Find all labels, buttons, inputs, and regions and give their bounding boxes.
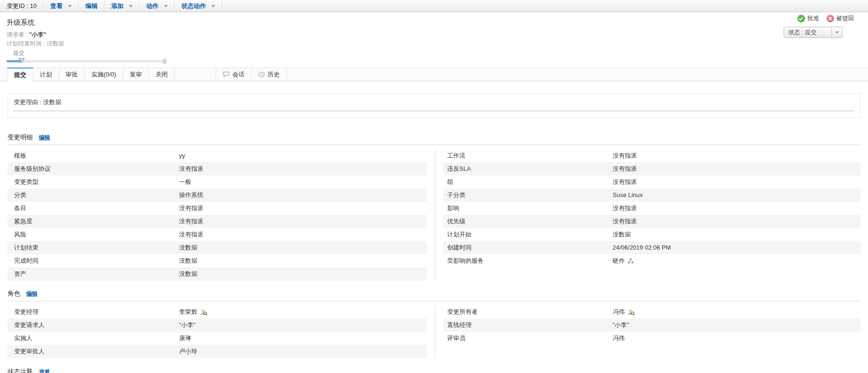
change-reason-box: 变更理由 : 没数据 <box>7 93 861 118</box>
user-lookup-icon[interactable] <box>628 309 635 316</box>
stage-label: 提交 <box>13 49 861 57</box>
table-row: 优先级没有指派 <box>443 215 861 228</box>
menu-add[interactable]: 添加 <box>105 0 140 12</box>
table-row: 违反SLA没有指派 <box>443 162 861 175</box>
status-dropdown[interactable]: 状态 : 提交 <box>784 27 843 38</box>
table-row: 直线经理"小李" <box>443 319 861 332</box>
header-actions: 批准 被驳回 状态 : 提交 <box>784 15 854 38</box>
reject-x-icon <box>826 15 834 23</box>
table-row: 受影响的服务 硬件 <box>443 254 861 267</box>
tab-conversation[interactable]: 会话 <box>216 68 252 81</box>
roles-title: 角色 <box>7 289 20 298</box>
menubar: 变更ID : 10 查看 编辑 添加 动作 状态动作 <box>0 0 868 12</box>
table-row: 组没有指派 <box>443 175 861 189</box>
tab-plan[interactable]: 计划 <box>33 68 59 81</box>
change-reason-text: 变更理由 : 没数据 <box>14 98 854 111</box>
table-row: 完成时间没数据 <box>7 254 427 267</box>
details-table: 模板yy 服务级别协议没有指派 变更类型一般 分类操作系统 条目没有指派 紧急度… <box>7 149 861 281</box>
table-row: 变更类型一般 <box>7 175 427 189</box>
table-row: 条目没有指派 <box>7 202 427 215</box>
menu-view[interactable]: 查看 <box>44 0 79 12</box>
change-id: 变更ID : 10 <box>0 0 44 12</box>
requester-line: 请求者 : "小李" <box>7 30 861 39</box>
table-row: 分类操作系统 <box>7 189 427 202</box>
table-row: 服务级别协议没有指派 <box>7 162 427 175</box>
roles-left-column: 变更经理 李荣辉 变更请求人"小李" 实施人康琳 变更审批人卢小玲 <box>7 305 427 358</box>
roles-edit-link[interactable]: 编辑 <box>26 290 37 298</box>
table-row: 创建时间24/06/2019 02:06 PM <box>443 241 861 254</box>
table-row: 计划结束没数据 <box>7 241 427 254</box>
table-row: 影响没有指派 <box>443 202 861 215</box>
details-title: 变更明细 <box>7 133 33 142</box>
status-dropdown-value: 状态 : 提交 <box>784 29 831 37</box>
tab-approval[interactable]: 审批 <box>59 68 85 81</box>
menu-edit[interactable]: 编辑 <box>79 0 105 12</box>
table-row: 变更审批人卢小玲 <box>7 345 427 358</box>
table-row: 计划开始没数据 <box>443 228 861 241</box>
status-notes-header: 状态注释 查看 <box>7 368 861 373</box>
status-notes-view-link[interactable]: 查看 <box>39 368 50 373</box>
sitemap-icon[interactable] <box>628 258 634 264</box>
requester-name: "小李" <box>29 31 46 38</box>
table-row: 资产没数据 <box>7 267 427 281</box>
chevron-down-icon <box>164 5 168 7</box>
chevron-down-icon <box>129 5 133 7</box>
approve-check-icon <box>797 15 805 23</box>
status-dropdown-button[interactable] <box>831 27 842 38</box>
table-row: 子分类Suse Linux <box>443 189 861 202</box>
chevron-down-icon <box>68 5 72 7</box>
table-row: 评审员冯伟 <box>443 332 861 345</box>
chevron-down-icon <box>835 31 839 33</box>
table-row: 变更所有者 冯伟 <box>443 305 861 319</box>
stage-slider <box>7 58 169 65</box>
table-row: 风险没有指派 <box>7 228 427 241</box>
table-row: 紧急度没有指派 <box>7 215 427 228</box>
speech-bubble-icon <box>223 71 230 77</box>
roles-right-column: 变更所有者 冯伟 直线经理"小李" 评审员冯伟 <box>435 305 861 358</box>
table-row: 实施人康琳 <box>7 332 427 345</box>
table-row: 模板yy <box>7 149 427 162</box>
roles-section-header: 角色 编辑 <box>7 289 861 301</box>
change-header: 升级系统 请求者 : "小李" 计划结束时间 : 没数据 提交 批准 被驳回 <box>0 12 868 65</box>
details-left-column: 模板yy 服务级别协议没有指派 变更类型一般 分类操作系统 条目没有指派 紧急度… <box>7 149 427 281</box>
details-right-column: 工作流没有指派 违反SLA没有指派 组没有指派 子分类Suse Linux 影响… <box>435 149 861 281</box>
table-row: 工作流没有指派 <box>443 149 861 162</box>
page-title: 升级系统 <box>7 18 861 27</box>
details-section-header: 变更明细 编辑 <box>7 133 861 145</box>
stage-slider-track <box>7 60 166 62</box>
table-row: 变更请求人"小李" <box>7 319 427 332</box>
table-row: 变更经理 李荣辉 <box>7 305 427 319</box>
reject-button[interactable]: 被驳回 <box>826 15 854 23</box>
tab-spacer <box>175 68 216 81</box>
roles-table: 变更经理 李荣辉 变更请求人"小李" 实施人康琳 变更审批人卢小玲 变更所有者 … <box>7 305 861 358</box>
details-edit-link[interactable]: 编辑 <box>39 134 50 142</box>
tab-bar: 提交 计划 审批 实施(0/0) 复审 关闭 会话 历史 <box>0 68 868 81</box>
approve-button[interactable]: 批准 <box>797 15 819 23</box>
main-content: 变更理由 : 没数据 变更明细 编辑 模板yy 服务级别协议没有指派 变更类型一… <box>0 93 868 373</box>
tab-history[interactable]: 历史 <box>252 68 287 81</box>
tab-implement[interactable]: 实施(0/0) <box>85 68 123 81</box>
menu-status-actions[interactable]: 状态动作 <box>175 0 222 12</box>
menu-actions[interactable]: 动作 <box>140 0 175 12</box>
tab-close[interactable]: 关闭 <box>149 68 175 81</box>
tab-review[interactable]: 复审 <box>123 68 149 81</box>
stage-slider-thumb[interactable] <box>18 58 25 63</box>
user-lookup-icon[interactable] <box>200 309 207 316</box>
chevron-down-icon <box>211 5 215 7</box>
status-notes-title: 状态注释 <box>7 368 33 373</box>
tab-submit[interactable]: 提交 <box>7 68 33 81</box>
planned-end-line: 计划结束时间 : 没数据 <box>7 39 861 48</box>
stage-slider-end <box>163 59 166 64</box>
clock-icon <box>258 71 265 78</box>
